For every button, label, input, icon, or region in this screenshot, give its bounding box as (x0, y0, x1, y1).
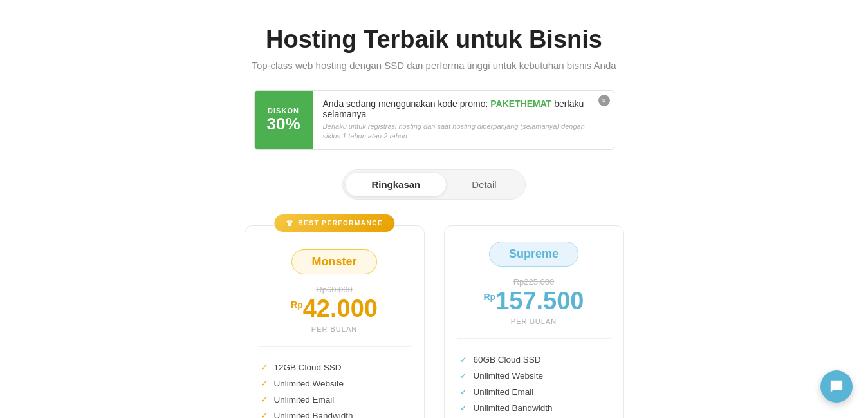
chat-button[interactable] (820, 370, 853, 403)
supreme-original-price: Rp225.000 (457, 277, 611, 287)
list-item: ✓ Unlimited Website (460, 368, 608, 384)
promo-banner: DISKON 30% Anda sedang menggunakan kode … (254, 90, 614, 150)
check-icon: ✓ (261, 363, 268, 372)
promo-badge-value: 30% (266, 115, 300, 133)
promo-sub-text: Berlaku untuk registrasi hosting dan saa… (323, 122, 604, 142)
list-item: ✓ Unlimited Website (261, 375, 409, 392)
monster-current-price: Rp42.000 (258, 296, 411, 323)
promo-content: Anda sedang menggunakan kode promo: PAKE… (313, 91, 614, 149)
best-performance-badge: ♛ BEST PERFORMANCE (274, 214, 394, 232)
monster-price-section: Rp60.000 Rp42.000 PER BULAN (245, 285, 424, 346)
check-icon: ✓ (261, 395, 268, 404)
tab-ringkasan[interactable]: Ringkasan (346, 173, 446, 196)
cards-container: ♛ BEST PERFORMANCE Monster Rp60.000 Rp42… (13, 225, 855, 418)
supreme-card-header: Supreme (445, 226, 623, 277)
monster-rp-prefix: Rp (291, 299, 303, 310)
check-icon: ✓ (261, 411, 268, 418)
tab-toggle: Ringkasan Detail (342, 169, 525, 200)
monster-plan-name: Monster (291, 249, 376, 274)
best-performance-label: BEST PERFORMANCE (298, 220, 383, 227)
promo-main-text: Anda sedang menggunakan kode promo: PAKE… (323, 99, 604, 119)
supreme-rp-prefix: Rp (483, 292, 495, 302)
page-subtitle: Top-class web hosting dengan SSD dan per… (252, 60, 616, 71)
list-item: ✓ Unlimited Bandwidth (460, 400, 608, 416)
supreme-features-list: ✓ 60GB Cloud SSD ✓ Unlimited Website ✓ U… (445, 352, 623, 418)
crown-icon: ♛ (286, 218, 295, 228)
list-item: ✓ Unlimited Bandwidth (261, 408, 409, 418)
plan-card-monster: ♛ BEST PERFORMANCE Monster Rp60.000 Rp42… (245, 225, 425, 418)
check-icon: ✓ (261, 379, 268, 388)
monster-per-bulan: PER BULAN (258, 325, 411, 333)
supreme-divider (457, 338, 611, 339)
monster-features-list: ✓ 12GB Cloud SSD ✓ Unlimited Website ✓ U… (245, 359, 424, 418)
page-title: Hosting Terbaik untuk Bisnis (266, 26, 602, 53)
supreme-plan-name: Supreme (489, 242, 578, 267)
monster-card-header: Monster (245, 226, 424, 285)
supreme-per-bulan: PER BULAN (457, 318, 611, 325)
list-item: ✓ Gratis Domain .COM ⓘ (460, 416, 608, 418)
list-item: ✓ 12GB Cloud SSD (261, 359, 409, 375)
supreme-current-price: Rp157.500 (457, 288, 611, 315)
list-item: ✓ Unlimited Email (460, 384, 608, 400)
supreme-price-section: Rp225.000 Rp157.500 PER BULAN (445, 277, 623, 338)
promo-close-button[interactable]: × (598, 95, 610, 106)
promo-badge: DISKON 30% (255, 91, 313, 149)
check-icon: ✓ (460, 371, 467, 381)
plan-card-supreme: Supreme Rp225.000 Rp157.500 PER BULAN ✓ … (444, 225, 624, 418)
monster-divider (258, 346, 411, 347)
promo-code: PAKETHEMAT (490, 99, 551, 109)
tab-detail[interactable]: Detail (446, 173, 522, 196)
list-item: ✓ Unlimited Email (261, 392, 409, 408)
check-icon: ✓ (460, 403, 467, 413)
monster-original-price: Rp60.000 (258, 285, 411, 294)
check-icon: ✓ (460, 387, 467, 397)
list-item: ✓ 60GB Cloud SSD (460, 352, 608, 368)
check-icon: ✓ (460, 355, 467, 365)
